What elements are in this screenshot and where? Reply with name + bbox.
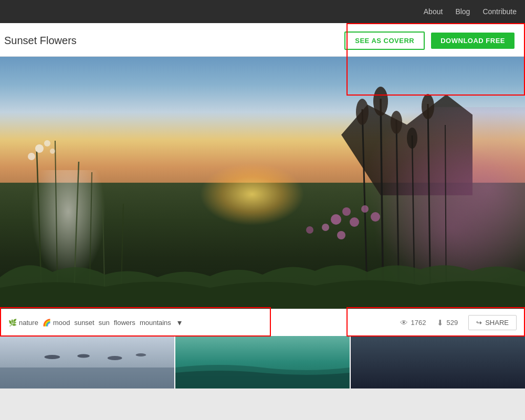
header-row: Sunset Flowers SEE AS COVERR DOWNLOAD FR… — [0, 23, 525, 57]
views-count: 1762 — [411, 319, 426, 327]
navbar: About Blog Contribute — [0, 0, 525, 23]
share-button[interactable]: ↪ SHARE — [468, 315, 517, 330]
svg-point-33 — [108, 356, 122, 360]
downloads-stat: ⬇ 529 — [437, 318, 458, 328]
svg-point-31 — [44, 355, 60, 359]
page-title: Sunset Flowers — [4, 35, 77, 47]
svg-rect-36 — [351, 336, 525, 388]
tag-sunset[interactable]: sunset — [74, 319, 94, 327]
nav-about[interactable]: About — [424, 7, 443, 16]
thumb-3[interactable] — [351, 336, 525, 388]
svg-point-32 — [77, 354, 90, 358]
views-stat: 👁 1762 — [400, 318, 426, 327]
downloads-count: 529 — [447, 319, 458, 327]
info-bar: 🌿 nature 🌈 mood sunset sun flowers mount… — [0, 309, 525, 336]
nav-blog[interactable]: Blog — [455, 7, 470, 16]
download-free-button[interactable]: DOWNLOAD FREE — [431, 33, 514, 49]
nav-contribute[interactable]: Contribute — [482, 7, 517, 16]
tag-flowers[interactable]: flowers — [114, 319, 135, 327]
tag-sun[interactable]: sun — [99, 319, 110, 327]
nav-links: About Blog Contribute — [424, 7, 517, 16]
see-coverr-button[interactable]: SEE AS COVERR — [344, 32, 425, 50]
header-buttons: SEE AS COVERR DOWNLOAD FREE — [344, 32, 514, 50]
thumb-2[interactable] — [175, 336, 351, 388]
share-icon: ↪ — [476, 319, 482, 327]
download-icon: ⬇ — [437, 318, 444, 328]
tag-mood[interactable]: 🌈 mood — [43, 319, 70, 327]
svg-rect-30 — [0, 368, 174, 388]
nature-icon: 🌿 — [8, 319, 17, 327]
tag-nature[interactable]: 🌿 nature — [8, 319, 38, 327]
tags-expand-button[interactable]: ▾ — [175, 316, 184, 330]
svg-point-34 — [135, 353, 146, 356]
eye-icon: 👁 — [400, 318, 408, 327]
thumbnail-strip — [0, 336, 525, 388]
thumb-1[interactable] — [0, 336, 175, 388]
mood-icon: 🌈 — [43, 319, 51, 327]
stats-section: 👁 1762 ⬇ 529 ↪ SHARE — [400, 315, 517, 330]
tag-mountains[interactable]: mountains — [140, 319, 171, 327]
video-container — [0, 57, 525, 309]
tags-section: 🌿 nature 🌈 mood sunset sun flowers mount… — [8, 316, 184, 330]
